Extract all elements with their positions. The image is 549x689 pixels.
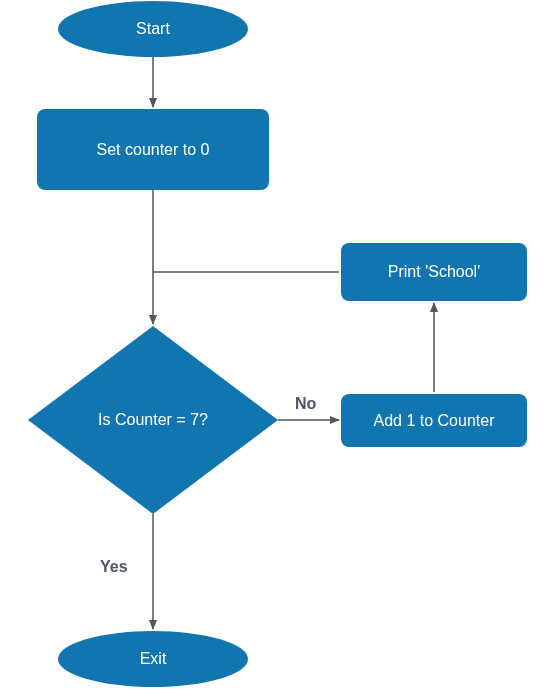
print-school-node: Print 'School' <box>341 243 527 301</box>
print-school-text: Print 'School' <box>388 263 480 281</box>
set-counter-node: Set counter to 0 <box>37 109 269 190</box>
add-counter-text: Add 1 to Counter <box>374 412 495 430</box>
exit-text: Exit <box>140 650 167 668</box>
no-edge-label: No <box>295 395 316 413</box>
start-text: Start <box>136 20 170 38</box>
exit-label: Exit <box>58 631 248 687</box>
decision-label: Is Counter = 7? <box>28 326 278 514</box>
yes-edge-label: Yes <box>100 558 128 576</box>
decision-text: Is Counter = 7? <box>98 411 208 429</box>
set-counter-text: Set counter to 0 <box>97 141 210 159</box>
add-counter-node: Add 1 to Counter <box>341 394 527 447</box>
start-label: Start <box>58 1 248 57</box>
